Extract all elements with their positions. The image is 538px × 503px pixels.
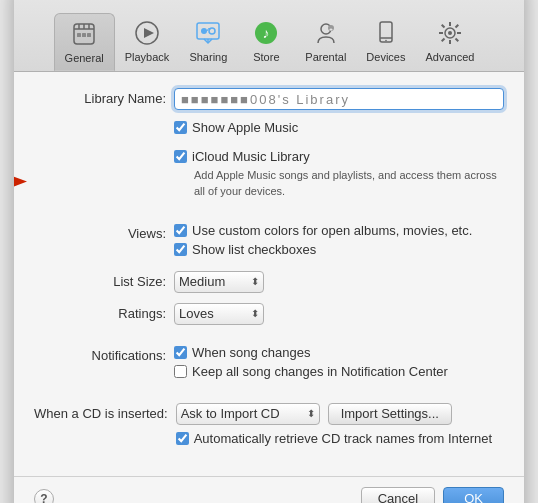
advanced-icon [434, 17, 466, 49]
library-name-row: Library Name: [34, 88, 504, 110]
svg-marker-9 [144, 28, 154, 38]
toolbar-item-general[interactable]: General [54, 13, 115, 71]
sharing-icon [192, 17, 224, 49]
svg-line-30 [455, 25, 458, 28]
auto-retrieve-row: Automatically retrieve CD track names fr… [176, 431, 504, 446]
icloud-music-row: iCloud Music Library Add Apple Music son… [34, 149, 504, 203]
svg-point-21 [385, 40, 387, 42]
window-title: General Preferences [14, 0, 524, 1]
notifications-row: Notifications: When song changes Keep al… [34, 345, 504, 383]
parental-label: Parental [305, 51, 346, 63]
show-apple-music-label[interactable]: Show Apple Music [192, 120, 298, 135]
ok-button[interactable]: OK [443, 487, 504, 503]
titlebar: General Preferences General [14, 0, 524, 72]
store-icon: ♪ [250, 17, 282, 49]
sharing-label: Sharing [189, 51, 227, 63]
spacer-label-2 [34, 149, 174, 152]
list-size-select-wrapper[interactable]: Small Medium Large ⬍ [174, 271, 264, 293]
list-size-select[interactable]: Small Medium Large [179, 274, 259, 289]
toolbar-item-playback[interactable]: Playback [115, 13, 180, 71]
footer-buttons: Cancel OK [361, 487, 504, 503]
parental-icon: + [310, 17, 342, 49]
content-area: Library Name: Show Apple Music [14, 72, 524, 476]
footer: ? Cancel OK [14, 476, 524, 503]
list-size-label: List Size: [34, 271, 174, 289]
store-label: Store [253, 51, 279, 63]
toolbar: General Playback [14, 9, 524, 71]
cancel-button[interactable]: Cancel [361, 487, 435, 503]
spacer-label-1 [34, 120, 174, 123]
help-button[interactable]: ? [34, 489, 54, 503]
ratings-label: Ratings: [34, 303, 174, 321]
icloud-music-label[interactable]: iCloud Music Library [192, 149, 310, 164]
svg-line-31 [442, 39, 445, 42]
general-label: General [65, 52, 104, 64]
icloud-description: Add Apple Music songs and playlists, and… [194, 168, 504, 199]
svg-rect-7 [87, 33, 91, 37]
list-size-content: Small Medium Large ⬍ [174, 271, 504, 293]
svg-rect-19 [380, 22, 392, 42]
toolbar-item-store[interactable]: ♪ Store [237, 13, 295, 71]
preferences-window: General Preferences General [14, 0, 524, 503]
toolbar-item-sharing[interactable]: Sharing [179, 13, 237, 71]
cd-controls-row: Ask to Import CD Import CD Import CD and… [176, 403, 504, 425]
devices-icon [370, 17, 402, 49]
when-song-changes-checkbox[interactable] [174, 346, 187, 359]
when-song-changes-row: When song changes [174, 345, 504, 360]
svg-line-28 [442, 25, 445, 28]
keep-all-song-row: Keep all song changes in Notification Ce… [174, 364, 504, 379]
auto-retrieve-label[interactable]: Automatically retrieve CD track names fr… [194, 431, 492, 446]
svg-point-23 [448, 31, 452, 35]
keep-all-changes-label[interactable]: Keep all song changes in Notification Ce… [192, 364, 448, 379]
ratings-row: Ratings: Stars Loves ⬍ [34, 303, 504, 325]
show-apple-music-checkbox[interactable] [174, 121, 187, 134]
playback-label: Playback [125, 51, 170, 63]
svg-text:♪: ♪ [263, 25, 270, 41]
when-song-changes-label[interactable]: When song changes [192, 345, 311, 360]
ratings-select-wrapper[interactable]: Stars Loves ⬍ [174, 303, 264, 325]
devices-label: Devices [366, 51, 405, 63]
icloud-music-checkbox[interactable] [174, 150, 187, 163]
list-size-row: List Size: Small Medium Large ⬍ [34, 271, 504, 293]
show-list-checkbox[interactable] [174, 243, 187, 256]
cd-inserted-label: When a CD is inserted: [34, 403, 176, 421]
notifications-content: When song changes Keep all song changes … [174, 345, 504, 383]
svg-point-12 [201, 28, 207, 34]
toolbar-item-devices[interactable]: Devices [356, 13, 415, 71]
svg-line-29 [455, 39, 458, 42]
toolbar-item-parental[interactable]: + Parental [295, 13, 356, 71]
custom-colors-row: Use custom colors for open albums, movie… [174, 223, 504, 238]
cd-inserted-row: When a CD is inserted: Ask to Import CD … [34, 403, 504, 450]
ratings-content: Stars Loves ⬍ [174, 303, 504, 325]
svg-text:+: + [329, 26, 333, 32]
cd-action-select[interactable]: Ask to Import CD Import CD Import CD and… [181, 406, 315, 421]
custom-colors-checkbox[interactable] [174, 224, 187, 237]
show-list-label[interactable]: Show list checkboxes [192, 242, 316, 257]
cd-inserted-content: Ask to Import CD Import CD Import CD and… [176, 403, 504, 450]
icloud-content: iCloud Music Library Add Apple Music son… [174, 149, 504, 203]
custom-colors-label[interactable]: Use custom colors for open albums, movie… [192, 223, 472, 238]
views-content: Use custom colors for open albums, movie… [174, 223, 504, 261]
auto-retrieve-checkbox[interactable] [176, 432, 189, 445]
library-name-content [174, 88, 504, 110]
library-name-label: Library Name: [34, 88, 174, 106]
red-arrow [14, 160, 29, 193]
cd-select-wrapper[interactable]: Ask to Import CD Import CD Import CD and… [176, 403, 320, 425]
show-apple-music-row: Show Apple Music [34, 120, 504, 139]
apple-music-content: Show Apple Music [174, 120, 504, 139]
icloud-checkbox-row: iCloud Music Library [174, 149, 504, 164]
notifications-label: Notifications: [34, 345, 174, 363]
svg-rect-6 [82, 33, 86, 37]
views-label: Views: [34, 223, 174, 241]
general-icon [68, 18, 100, 50]
ratings-select[interactable]: Stars Loves [179, 306, 259, 321]
toolbar-item-advanced[interactable]: Advanced [415, 13, 484, 71]
advanced-label: Advanced [425, 51, 474, 63]
import-settings-button[interactable]: Import Settings... [328, 403, 452, 425]
views-row: Views: Use custom colors for open albums… [34, 223, 504, 261]
library-name-input[interactable] [174, 88, 504, 110]
show-apple-music-checkbox-row: Show Apple Music [174, 120, 504, 135]
playback-icon [131, 17, 163, 49]
svg-rect-5 [77, 33, 81, 37]
keep-all-changes-checkbox[interactable] [174, 365, 187, 378]
